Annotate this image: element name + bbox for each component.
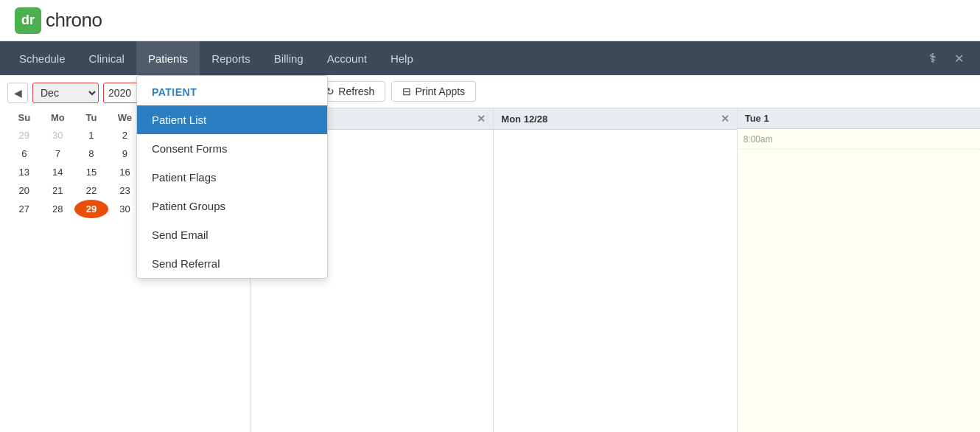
cal-day[interactable]: 22 <box>74 181 108 200</box>
logo-icon: dr <box>15 7 41 34</box>
cal-day-today[interactable]: 29 <box>74 200 108 218</box>
logo-bar: dr chrono <box>0 0 980 41</box>
dropdown-item-patient-list[interactable]: Patient List <box>137 105 327 134</box>
dropdown-item-patient-groups[interactable]: Patient Groups <box>137 192 327 220</box>
nav-patients[interactable]: Patients PATIENT Patient List Consent Fo… <box>136 41 200 75</box>
cal-prev-button[interactable]: ◀ <box>7 83 28 103</box>
print-icon: ⊟ <box>402 86 411 97</box>
cal-day[interactable]: 28 <box>41 200 75 218</box>
nav-billing[interactable]: Billing <box>262 41 315 75</box>
cal-day[interactable]: 27 <box>7 200 41 218</box>
day-body-tue: 8:00am <box>738 129 980 432</box>
patients-dropdown: PATIENT Patient List Consent Forms Patie… <box>136 75 328 279</box>
cal-day[interactable]: 21 <box>41 181 75 200</box>
dropdown-item-send-email[interactable]: Send Email <box>137 220 327 249</box>
day-body-mon <box>494 130 736 432</box>
time-slot-8am: 8:00am <box>738 129 980 150</box>
main-calendar: Today ↻ Refresh ⊟ Print Appts Sun 12/27 … <box>251 75 980 432</box>
cal-day[interactable]: 13 <box>7 163 41 181</box>
nav-help[interactable]: Help <box>379 41 425 75</box>
print-appts-button[interactable]: ⊟ Print Appts <box>391 81 476 102</box>
day-header-tue: Tue 1 <box>738 108 980 129</box>
day-column-mon: Mon 12/28 ✕ <box>494 108 737 432</box>
dropdown-item-send-referral[interactable]: Send Referral <box>137 249 327 278</box>
cal-day[interactable]: 20 <box>7 181 41 200</box>
calendar-toolbar: Today ↻ Refresh ⊟ Print Appts <box>251 75 980 108</box>
cal-day[interactable]: 14 <box>41 163 75 181</box>
nav-clinical[interactable]: Clinical <box>77 41 136 75</box>
close-sun-icon[interactable]: ✕ <box>477 113 486 125</box>
cal-day[interactable]: 6 <box>7 144 41 163</box>
weekday-tu: Tu <box>74 109 108 126</box>
cal-day[interactable]: 7 <box>41 144 75 163</box>
nav-reports[interactable]: Reports <box>200 41 262 75</box>
cal-day[interactable]: 1 <box>74 126 108 144</box>
dropdown-item-patient-flags[interactable]: Patient Flags <box>137 163 327 192</box>
nav-account[interactable]: Account <box>315 41 379 75</box>
close-nav-icon[interactable]: ✕ <box>945 41 973 75</box>
day-columns: Sun 12/27 ✕ Mon 12/28 ✕ Tue 1 8:00am <box>251 108 980 432</box>
day-column-tue: Tue 1 8:00am <box>738 108 980 432</box>
cal-day[interactable]: 8 <box>74 144 108 163</box>
nav-bar: Schedule Clinical Patients PATIENT Patie… <box>0 41 980 75</box>
caduceus-icon: ⚕ <box>920 41 945 75</box>
dropdown-item-consent-forms[interactable]: Consent Forms <box>137 134 327 163</box>
weekday-mo: Mo <box>41 109 75 126</box>
logo-text: chrono <box>46 9 102 32</box>
cal-day[interactable]: 30 <box>41 126 75 144</box>
cal-day[interactable]: 29 <box>7 126 41 144</box>
weekday-su: Su <box>7 109 41 126</box>
day-header-mon: Mon 12/28 ✕ <box>494 108 736 130</box>
close-mon-icon[interactable]: ✕ <box>721 113 729 125</box>
month-select[interactable]: Dec JanFebMarApr MayJunJulAug SepOctNov <box>32 83 99 103</box>
nav-schedule[interactable]: Schedule <box>7 41 77 75</box>
dropdown-header: PATIENT <box>137 76 327 105</box>
cal-day[interactable]: 15 <box>74 163 108 181</box>
